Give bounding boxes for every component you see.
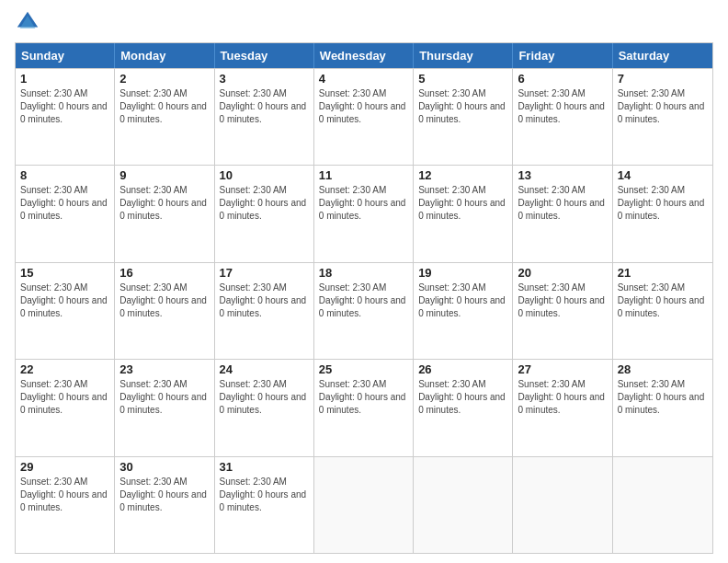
day-info: Sunset: 2:30 AMDaylight: 0 hours and 0 m… bbox=[119, 476, 209, 514]
calendar-cell: 20Sunset: 2:30 AMDaylight: 0 hours and 0… bbox=[513, 263, 612, 359]
day-info: Sunset: 2:30 AMDaylight: 0 hours and 0 m… bbox=[20, 476, 109, 514]
day-info: Sunset: 2:30 AMDaylight: 0 hours and 0 m… bbox=[220, 476, 309, 514]
day-number: 18 bbox=[319, 266, 408, 280]
day-info: Sunset: 2:30 AMDaylight: 0 hours and 0 m… bbox=[119, 282, 209, 320]
calendar-cell: 22Sunset: 2:30 AMDaylight: 0 hours and 0… bbox=[16, 360, 115, 455]
day-number: 11 bbox=[319, 168, 408, 182]
calendar-row: 8Sunset: 2:30 AMDaylight: 0 hours and 0 … bbox=[16, 165, 712, 261]
calendar-cell: 11Sunset: 2:30 AMDaylight: 0 hours and 0… bbox=[314, 166, 414, 261]
day-number: 8 bbox=[20, 168, 109, 182]
day-number: 6 bbox=[518, 72, 607, 86]
calendar-cell: 6Sunset: 2:30 AMDaylight: 0 hours and 0 … bbox=[513, 69, 612, 165]
calendar-cell: 7Sunset: 2:30 AMDaylight: 0 hours and 0 … bbox=[613, 69, 712, 165]
day-info: Sunset: 2:30 AMDaylight: 0 hours and 0 m… bbox=[518, 378, 607, 417]
calendar-row: 15Sunset: 2:30 AMDaylight: 0 hours and 0… bbox=[16, 262, 712, 359]
calendar-header-cell: Sunday bbox=[16, 43, 115, 68]
calendar-cell: 9Sunset: 2:30 AMDaylight: 0 hours and 0 … bbox=[115, 166, 214, 261]
calendar-cell: 24Sunset: 2:30 AMDaylight: 0 hours and 0… bbox=[215, 360, 314, 455]
calendar-cell bbox=[613, 457, 712, 553]
calendar-cell: 18Sunset: 2:30 AMDaylight: 0 hours and 0… bbox=[314, 263, 414, 359]
day-info: Sunset: 2:30 AMDaylight: 0 hours and 0 m… bbox=[418, 87, 507, 126]
calendar-cell: 28Sunset: 2:30 AMDaylight: 0 hours and 0… bbox=[613, 360, 712, 455]
calendar-body: 1Sunset: 2:30 AMDaylight: 0 hours and 0 … bbox=[16, 68, 712, 553]
page: SundayMondayTuesdayWednesdayThursdayFrid… bbox=[0, 0, 728, 563]
calendar-cell: 4Sunset: 2:30 AMDaylight: 0 hours and 0 … bbox=[314, 69, 414, 165]
day-info: Sunset: 2:30 AMDaylight: 0 hours and 0 m… bbox=[20, 87, 109, 126]
calendar-cell: 25Sunset: 2:30 AMDaylight: 0 hours and 0… bbox=[314, 360, 414, 455]
day-info: Sunset: 2:30 AMDaylight: 0 hours and 0 m… bbox=[319, 87, 408, 126]
day-info: Sunset: 2:30 AMDaylight: 0 hours and 0 m… bbox=[119, 87, 209, 126]
calendar-cell: 19Sunset: 2:30 AMDaylight: 0 hours and 0… bbox=[414, 263, 513, 359]
day-number: 24 bbox=[220, 362, 309, 376]
logo bbox=[15, 9, 44, 35]
calendar-row: 29Sunset: 2:30 AMDaylight: 0 hours and 0… bbox=[16, 456, 712, 553]
day-number: 1 bbox=[20, 72, 109, 86]
day-info: Sunset: 2:30 AMDaylight: 0 hours and 0 m… bbox=[20, 378, 109, 417]
day-number: 29 bbox=[20, 460, 109, 474]
day-number: 27 bbox=[518, 362, 607, 376]
calendar: SundayMondayTuesdayWednesdayThursdayFrid… bbox=[15, 42, 713, 554]
day-number: 3 bbox=[220, 72, 309, 86]
day-info: Sunset: 2:30 AMDaylight: 0 hours and 0 m… bbox=[220, 378, 309, 417]
calendar-header-cell: Saturday bbox=[613, 43, 712, 68]
day-info: Sunset: 2:30 AMDaylight: 0 hours and 0 m… bbox=[319, 184, 408, 223]
day-number: 20 bbox=[518, 266, 607, 280]
calendar-cell: 2Sunset: 2:30 AMDaylight: 0 hours and 0 … bbox=[115, 69, 214, 165]
day-info: Sunset: 2:30 AMDaylight: 0 hours and 0 m… bbox=[518, 87, 607, 126]
day-number: 31 bbox=[220, 460, 309, 474]
day-info: Sunset: 2:30 AMDaylight: 0 hours and 0 m… bbox=[618, 282, 708, 320]
calendar-header-cell: Monday bbox=[115, 43, 214, 68]
calendar-cell: 16Sunset: 2:30 AMDaylight: 0 hours and 0… bbox=[115, 263, 214, 359]
day-number: 4 bbox=[319, 72, 408, 86]
day-info: Sunset: 2:30 AMDaylight: 0 hours and 0 m… bbox=[220, 282, 309, 320]
calendar-cell: 15Sunset: 2:30 AMDaylight: 0 hours and 0… bbox=[16, 263, 115, 359]
calendar-cell: 30Sunset: 2:30 AMDaylight: 0 hours and 0… bbox=[115, 457, 214, 553]
day-number: 17 bbox=[220, 266, 309, 280]
calendar-cell: 29Sunset: 2:30 AMDaylight: 0 hours and 0… bbox=[16, 457, 115, 553]
day-info: Sunset: 2:30 AMDaylight: 0 hours and 0 m… bbox=[518, 282, 607, 320]
calendar-row: 1Sunset: 2:30 AMDaylight: 0 hours and 0 … bbox=[16, 68, 712, 165]
day-info: Sunset: 2:30 AMDaylight: 0 hours and 0 m… bbox=[220, 184, 309, 223]
logo-icon bbox=[15, 9, 40, 35]
day-info: Sunset: 2:30 AMDaylight: 0 hours and 0 m… bbox=[20, 184, 109, 223]
calendar-cell: 23Sunset: 2:30 AMDaylight: 0 hours and 0… bbox=[115, 360, 214, 455]
day-number: 7 bbox=[618, 72, 708, 86]
day-number: 30 bbox=[119, 460, 209, 474]
calendar-cell: 27Sunset: 2:30 AMDaylight: 0 hours and 0… bbox=[513, 360, 612, 455]
day-info: Sunset: 2:30 AMDaylight: 0 hours and 0 m… bbox=[518, 184, 607, 223]
calendar-header-cell: Thursday bbox=[414, 43, 513, 68]
calendar-cell: 5Sunset: 2:30 AMDaylight: 0 hours and 0 … bbox=[414, 69, 513, 165]
day-number: 28 bbox=[618, 362, 708, 376]
day-number: 19 bbox=[418, 266, 507, 280]
day-number: 12 bbox=[418, 168, 507, 182]
calendar-cell: 26Sunset: 2:30 AMDaylight: 0 hours and 0… bbox=[414, 360, 513, 455]
calendar-cell: 17Sunset: 2:30 AMDaylight: 0 hours and 0… bbox=[215, 263, 314, 359]
day-number: 2 bbox=[119, 72, 209, 86]
calendar-cell: 14Sunset: 2:30 AMDaylight: 0 hours and 0… bbox=[613, 166, 712, 261]
day-number: 26 bbox=[418, 362, 507, 376]
calendar-header-row: SundayMondayTuesdayWednesdayThursdayFrid… bbox=[16, 43, 712, 68]
day-info: Sunset: 2:30 AMDaylight: 0 hours and 0 m… bbox=[20, 282, 109, 320]
day-number: 15 bbox=[20, 266, 109, 280]
day-number: 21 bbox=[618, 266, 708, 280]
day-info: Sunset: 2:30 AMDaylight: 0 hours and 0 m… bbox=[418, 378, 507, 417]
day-info: Sunset: 2:30 AMDaylight: 0 hours and 0 m… bbox=[618, 378, 708, 417]
calendar-header-cell: Tuesday bbox=[215, 43, 314, 68]
calendar-header-cell: Friday bbox=[513, 43, 612, 68]
day-info: Sunset: 2:30 AMDaylight: 0 hours and 0 m… bbox=[418, 184, 507, 223]
calendar-cell bbox=[414, 457, 513, 553]
calendar-cell: 21Sunset: 2:30 AMDaylight: 0 hours and 0… bbox=[613, 263, 712, 359]
calendar-cell: 12Sunset: 2:30 AMDaylight: 0 hours and 0… bbox=[414, 166, 513, 261]
day-number: 9 bbox=[119, 168, 209, 182]
calendar-cell bbox=[513, 457, 612, 553]
calendar-header-cell: Wednesday bbox=[314, 43, 414, 68]
day-number: 5 bbox=[418, 72, 507, 86]
day-number: 25 bbox=[319, 362, 408, 376]
calendar-cell bbox=[314, 457, 414, 553]
day-info: Sunset: 2:30 AMDaylight: 0 hours and 0 m… bbox=[119, 184, 209, 223]
calendar-cell: 31Sunset: 2:30 AMDaylight: 0 hours and 0… bbox=[215, 457, 314, 553]
calendar-cell: 10Sunset: 2:30 AMDaylight: 0 hours and 0… bbox=[215, 166, 314, 261]
day-info: Sunset: 2:30 AMDaylight: 0 hours and 0 m… bbox=[418, 282, 507, 320]
day-info: Sunset: 2:30 AMDaylight: 0 hours and 0 m… bbox=[319, 282, 408, 320]
calendar-cell: 3Sunset: 2:30 AMDaylight: 0 hours and 0 … bbox=[215, 69, 314, 165]
